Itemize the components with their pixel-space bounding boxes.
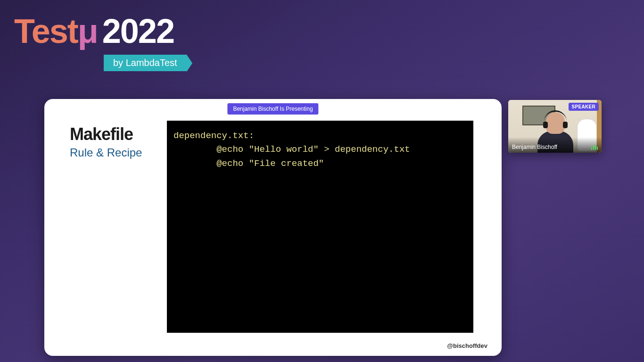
event-logo: Testμ2022 by LambdaTest <box>14 14 187 71</box>
speaker-badge: SPEAKER <box>569 103 599 111</box>
presenting-indicator: Benjamin Bischoff Is Presenting <box>227 103 319 115</box>
logo-word-mu: μ <box>78 12 98 50</box>
event-byline: by LambdaTest <box>104 55 187 71</box>
speaker-webcam-tile[interactable]: SPEAKER Benjamin Bischoff <box>508 100 602 153</box>
speaker-name: Benjamin Bischoff <box>512 144 557 150</box>
webcam-name-row: Benjamin Bischoff <box>508 137 602 153</box>
audio-level-icon <box>591 145 598 150</box>
logo-year: 2022 <box>102 12 174 50</box>
slide-heading: Makefile <box>70 124 142 144</box>
logo-word-test: Test <box>14 12 78 50</box>
presentation-slide: Benjamin Bischoff Is Presenting Makefile… <box>44 99 502 356</box>
slide-footer-handle: @bischoffdev <box>447 342 487 349</box>
slide-subheading: Rule & Recipe <box>70 146 142 159</box>
code-block: dependency.txt: @echo "Hello world" > de… <box>167 121 473 333</box>
slide-title-block: Makefile Rule & Recipe <box>70 124 142 159</box>
event-title: Testμ2022 <box>14 14 187 48</box>
headset-earcup-left <box>543 122 548 128</box>
headset-earcup-right <box>563 122 568 128</box>
